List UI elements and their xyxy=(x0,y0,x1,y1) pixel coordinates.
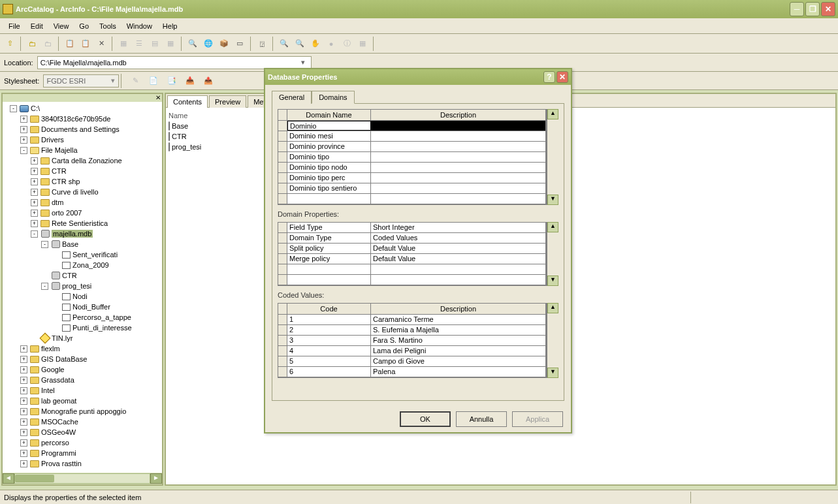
expand-icon[interactable]: - xyxy=(31,230,38,238)
tree-item[interactable]: +MSOCache xyxy=(3,417,162,427)
tree-item[interactable]: +CTR shp xyxy=(3,176,162,187)
expand-icon[interactable]: + xyxy=(31,199,38,206)
scroll-up-icon[interactable]: ▲ xyxy=(547,109,558,119)
coded-col-code[interactable]: Code xyxy=(287,304,371,314)
tree-item[interactable]: -File Majella xyxy=(3,145,162,155)
cancel-button[interactable]: Annulla xyxy=(456,411,507,427)
tree-item[interactable]: TIN.lyr xyxy=(3,333,162,343)
expand-icon[interactable]: + xyxy=(20,377,27,384)
domain-row[interactable]: Dominio xyxy=(278,121,546,131)
domain-row[interactable]: Dominio mesi xyxy=(278,131,546,142)
close-button[interactable]: ✕ xyxy=(821,2,835,16)
scroll-up-icon[interactable]: ▲ xyxy=(547,222,558,232)
window-icon[interactable]: ▭ xyxy=(233,37,247,51)
domain-row[interactable]: Dominio tipo xyxy=(278,152,546,163)
domain-row[interactable] xyxy=(278,194,546,204)
tree-item[interactable]: +Grassdata xyxy=(3,375,162,385)
expand-icon[interactable]: + xyxy=(20,460,27,467)
up-icon[interactable]: ⇧ xyxy=(3,37,17,51)
search-icon[interactable]: 🔍 xyxy=(185,37,200,51)
expand-icon[interactable]: + xyxy=(20,429,27,436)
expand-icon[interactable]: + xyxy=(20,356,27,363)
tree-item[interactable]: +flexlm xyxy=(3,343,162,354)
tree-item[interactable]: +3840f318c6e70b95de xyxy=(3,114,162,124)
expand-icon[interactable]: + xyxy=(31,178,38,185)
tree-item[interactable]: CTR xyxy=(3,270,162,281)
domain-row[interactable]: Dominio province xyxy=(278,142,546,152)
coded-value-row[interactable]: 3Fara S. Martino xyxy=(278,336,546,346)
property-row[interactable]: Merge policyDefault Value xyxy=(278,254,546,264)
scroll-right-icon[interactable]: ► xyxy=(150,473,162,484)
domain-row[interactable]: Dominio tipo nodo xyxy=(278,163,546,173)
minimize-button[interactable]: ─ xyxy=(790,2,804,16)
expand-icon[interactable]: - xyxy=(10,105,17,112)
maximize-button[interactable]: ❐ xyxy=(805,2,820,16)
tree-item[interactable]: +Rete Sentieristica xyxy=(3,218,162,228)
tree-item[interactable]: +Prova rasttin xyxy=(3,458,162,469)
dialog-titlebar[interactable]: Database Properties ? ✕ xyxy=(265,69,571,85)
domain-row[interactable]: Dominio tipo sentiero xyxy=(278,183,546,194)
expand-icon[interactable]: + xyxy=(31,210,38,217)
tree-close-icon[interactable]: ✕ xyxy=(155,94,161,101)
toolbox-icon[interactable]: 📦 xyxy=(217,37,231,51)
domains-col-desc[interactable]: Description xyxy=(371,110,546,120)
whatsthis-icon[interactable]: ⍰ xyxy=(255,37,269,51)
expand-icon[interactable]: + xyxy=(20,136,27,144)
props-scrollbar[interactable]: ▲ ▼ xyxy=(547,222,558,286)
tree-item[interactable]: Punti_di_interesse xyxy=(3,323,162,333)
expand-icon[interactable]: + xyxy=(20,398,27,405)
property-row[interactable]: Split policyDefault Value xyxy=(278,244,546,254)
coded-col-desc[interactable]: Description xyxy=(371,304,546,314)
tree-item[interactable]: +lab geomat xyxy=(3,396,162,406)
tree-item[interactable]: -C:\ xyxy=(3,103,162,114)
tree-item[interactable]: Percorso_a_tappe xyxy=(3,312,162,323)
coded-scrollbar[interactable]: ▲ ▼ xyxy=(547,303,558,378)
domains-col-name[interactable]: Domain Name xyxy=(287,110,371,120)
tree-hscrollbar[interactable]: ◄ ► xyxy=(3,473,162,484)
scroll-down-icon[interactable]: ▼ xyxy=(547,195,558,205)
expand-icon[interactable]: + xyxy=(20,408,27,415)
catalog-tree[interactable]: -C:\+3840f318c6e70b95de+Documents and Se… xyxy=(3,102,162,473)
tree-item[interactable]: +OSGeo4W xyxy=(3,427,162,437)
property-row[interactable]: Domain TypeCoded Values xyxy=(278,233,546,244)
apply-button[interactable]: Applica xyxy=(512,411,563,427)
tree-item[interactable]: +dtm xyxy=(3,197,162,208)
tree-item[interactable]: Zona_2009 xyxy=(3,260,162,270)
dialog-help-button[interactable]: ? xyxy=(543,71,555,83)
scroll-down-icon[interactable]: ▼ xyxy=(547,368,558,378)
expand-icon[interactable]: + xyxy=(20,439,27,447)
dialog-close-button[interactable]: ✕ xyxy=(556,71,568,83)
expand-icon[interactable]: + xyxy=(31,168,38,175)
tree-item[interactable]: +Drivers xyxy=(3,134,162,145)
scroll-left-icon[interactable]: ◄ xyxy=(3,473,14,484)
coded-value-row[interactable]: 2S. Eufemia a Majella xyxy=(278,325,546,336)
coded-values-grid[interactable]: Code Description 1Caramanico Terme2S. Eu… xyxy=(278,303,547,378)
stylesheet-input[interactable] xyxy=(43,74,119,87)
property-row[interactable] xyxy=(278,264,546,275)
tree-item[interactable]: +GIS DataBase xyxy=(3,354,162,364)
expand-icon[interactable]: + xyxy=(20,418,27,426)
menu-help[interactable]: Help xyxy=(158,20,182,32)
domain-row[interactable]: Dominio tipo perc xyxy=(278,173,546,183)
domains-scrollbar[interactable]: ▲ ▼ xyxy=(547,109,558,205)
tree-item[interactable]: +Curve di livello xyxy=(3,187,162,197)
menu-file[interactable]: File xyxy=(4,20,25,32)
menu-edit[interactable]: Edit xyxy=(26,20,48,32)
tree-item[interactable]: Nodi xyxy=(3,291,162,302)
coded-value-row[interactable]: 6Palena xyxy=(278,367,546,377)
menu-go[interactable]: Go xyxy=(74,20,93,32)
tree-item[interactable]: Sent_verificati xyxy=(3,249,162,260)
tab-preview[interactable]: Preview xyxy=(209,95,246,108)
dialog-tab-domains[interactable]: Domains xyxy=(312,91,354,104)
expand-icon[interactable]: + xyxy=(20,387,27,394)
tree-item[interactable]: -Base xyxy=(3,239,162,249)
tree-item[interactable]: +orto 2007 xyxy=(3,208,162,218)
coded-value-row[interactable]: 5Campo di Giove xyxy=(278,356,546,367)
tree-item[interactable]: +Carta della Zonazione xyxy=(3,155,162,166)
location-input[interactable] xyxy=(37,56,312,69)
tree-item[interactable]: +percorso xyxy=(3,437,162,448)
copy-icon[interactable]: 📋 xyxy=(63,37,77,51)
expand-icon[interactable]: + xyxy=(31,157,38,165)
expand-icon[interactable]: + xyxy=(20,366,27,373)
property-row[interactable] xyxy=(278,275,546,285)
